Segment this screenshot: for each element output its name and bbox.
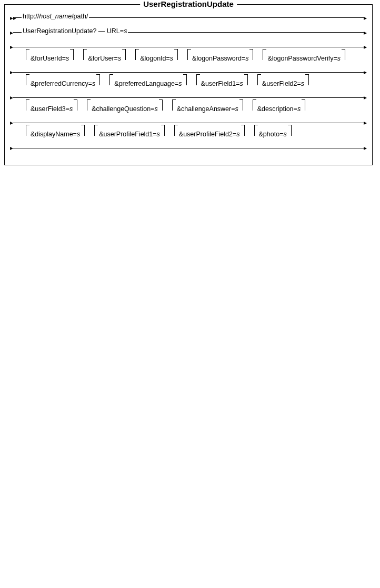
- continue-icon: ▸: [364, 29, 367, 36]
- param-row: &preferredCurrency=s&preferredLanguage=s…: [10, 78, 367, 89]
- param-row: &userField3=s&challengeQuestion=s&challe…: [10, 104, 367, 114]
- rail: ▸▸: [10, 67, 367, 78]
- param-option: &forUser=s: [81, 53, 128, 64]
- param-option: &preferredCurrency=s: [24, 78, 102, 89]
- continue-icon: ▸: [364, 119, 367, 126]
- param-option: &logonId=s: [133, 53, 180, 64]
- param-label: &logonPasswordVerify=s: [266, 55, 342, 62]
- param-option: &displayName=s: [24, 129, 87, 139]
- param-option: &forUserId=s: [24, 53, 76, 64]
- param-option: &preferredLanguage=s: [107, 78, 188, 89]
- param-option: &challengeAnswer=s: [170, 104, 245, 114]
- param-label: &forUserId=s: [29, 55, 70, 62]
- continue-icon: ▸: [364, 94, 367, 101]
- url-text: http://host_name/path/: [22, 13, 89, 20]
- command-text: UserRegistrationUpdate? — URL=s: [22, 27, 128, 35]
- param-label: &forUser=s: [87, 55, 122, 62]
- param-label: &userField3=s: [29, 105, 74, 113]
- rail: ▸▸: [10, 143, 367, 154]
- param-option: &logonPasswordVerify=s: [261, 53, 347, 64]
- param-option: &userField2=s: [255, 78, 311, 89]
- rail: ▸▸: [10, 117, 367, 129]
- param-option: &description=s: [251, 104, 307, 114]
- url-line: ▸▸ http://host_name/path/ ▸: [10, 12, 367, 24]
- param-label: &preferredLanguage=s: [113, 80, 183, 87]
- param-row: &displayName=s&userProfileField1=s&userP…: [10, 129, 367, 139]
- param-label: &userProfileField1=s: [98, 131, 161, 138]
- param-label: &logonPassword=s: [191, 55, 249, 62]
- param-option: &userField1=s: [194, 78, 250, 89]
- continue-icon: ▸: [364, 44, 367, 50]
- param-option: &challengeQuestion=s: [85, 104, 164, 114]
- continue-icon: ▸: [364, 145, 367, 151]
- param-label: &challengeQuestion=s: [91, 105, 158, 113]
- param-label: &challengeAnswer=s: [176, 105, 239, 113]
- param-label: &preferredCurrency=s: [29, 80, 96, 87]
- param-option: &photo=s: [252, 129, 294, 139]
- param-row: &forUserId=s&forUser=s&logonId=s&logonPa…: [10, 53, 367, 64]
- param-option: &logonPassword=s: [185, 53, 255, 64]
- param-label: &logonId=s: [139, 55, 174, 62]
- param-option: &userField3=s: [24, 104, 79, 114]
- param-label: &userField2=s: [261, 80, 305, 87]
- param-label: &description=s: [256, 105, 302, 113]
- continue-icon: ▸: [364, 69, 367, 75]
- param-option: &userProfileField1=s: [92, 129, 167, 139]
- param-label: &userProfileField2=s: [178, 131, 241, 138]
- rail: ▸▸: [10, 92, 367, 104]
- param-label: &userField1=s: [200, 80, 244, 87]
- param-label: &displayName=s: [29, 131, 81, 138]
- param-label: &photo=s: [258, 131, 288, 138]
- start-icon: ▸▸: [10, 14, 16, 22]
- syntax-diagram: UserRegistrationUpdate ▸▸ http://host_na…: [4, 4, 373, 165]
- continue-from-icon: ▸: [10, 29, 13, 36]
- param-option: &userProfileField2=s: [172, 129, 247, 139]
- continue-icon: ▸: [364, 14, 367, 22]
- diagram-title: UserRegistrationUpdate: [140, 0, 237, 8]
- command-line: ▸ UserRegistrationUpdate? — URL=s ▸: [10, 27, 367, 38]
